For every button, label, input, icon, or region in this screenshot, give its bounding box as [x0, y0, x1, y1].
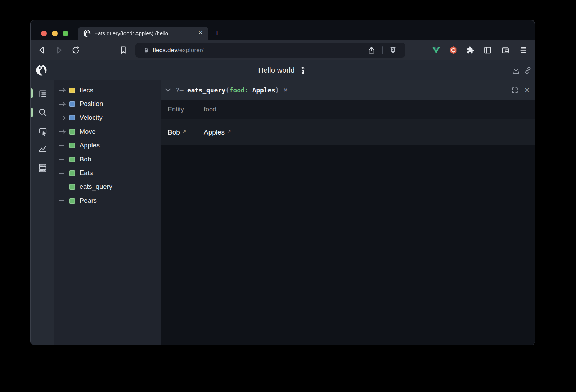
tree-item[interactable]: Move [54, 125, 161, 138]
tree-item-label: Move [80, 128, 96, 136]
forward-icon[interactable] [54, 46, 63, 55]
browser-window: Eats query(food: Apples) (hello × + flec… [30, 20, 535, 345]
tree-item[interactable]: Velocity [54, 111, 161, 125]
entity-kind-square [69, 198, 75, 204]
lock-icon[interactable] [143, 46, 150, 54]
new-tab-button[interactable]: + [211, 27, 223, 40]
tree-item-label: flecs [80, 87, 93, 94]
tree-item[interactable]: Position [54, 97, 161, 111]
tree-expand-icon[interactable] [59, 88, 68, 92]
bookmark-icon[interactable] [119, 46, 128, 55]
reload-icon[interactable] [71, 46, 80, 55]
tree-panel-indicator [31, 88, 33, 98]
browser-tab[interactable]: Eats query(food: Apples) (hello × [78, 27, 208, 40]
tree-expand-icon[interactable] [59, 143, 68, 148]
tree-panel: flecs Position Velocity [54, 80, 161, 345]
world-title: Hello world [258, 66, 294, 74]
tree-expand-icon[interactable] [59, 157, 68, 161]
tree-expand-icon[interactable] [59, 199, 68, 203]
urlbar-divider [382, 46, 383, 54]
download-icon[interactable] [512, 66, 520, 75]
explorer-header: Hello world [31, 60, 535, 80]
tree-item-label: Position [80, 100, 103, 108]
tree-item[interactable]: Eats [54, 166, 161, 180]
tree-expand-icon[interactable] [59, 185, 68, 189]
food-cell[interactable]: Apples↗ [204, 119, 231, 145]
search-icon[interactable] [38, 108, 48, 117]
tree-item[interactable]: Apples [54, 139, 161, 152]
query-prompt: ?– [176, 86, 183, 94]
column-header-entity: Entity [168, 100, 184, 119]
tree-item-label: Velocity [80, 114, 103, 122]
stats-rows-icon[interactable] [38, 163, 48, 173]
tree-item-label: Eats [80, 169, 93, 177]
chevron-down-icon[interactable] [165, 88, 171, 92]
external-link-icon[interactable]: ↗ [227, 128, 231, 134]
flecs-explorer-page: Hello world [31, 60, 535, 345]
tree-expand-icon[interactable] [59, 116, 68, 120]
brave-shield-icon[interactable] [388, 46, 397, 55]
window-minimize-button[interactable] [52, 31, 58, 36]
url-path: /explorer/ [177, 47, 204, 54]
query-param: food: [229, 86, 248, 94]
extensions-puzzle-icon[interactable] [466, 46, 475, 55]
query-fn-name: eats_query [187, 86, 225, 94]
entity-kind-square [69, 157, 75, 162]
tree-item-label: Bob [80, 156, 91, 163]
menu-icon[interactable] [519, 46, 528, 55]
tree-item[interactable]: flecs [54, 83, 161, 97]
query-value: Apples [248, 86, 275, 94]
entity-kind-square [69, 184, 75, 190]
tree-item[interactable]: Bob [54, 152, 161, 166]
tab-close-icon[interactable]: × [196, 27, 205, 40]
entity-kind-square [69, 143, 75, 148]
column-header-food: food [204, 100, 216, 119]
fullscreen-icon[interactable] [511, 86, 519, 94]
query-header: ?– eats_query(food: Apples) × × [161, 80, 535, 100]
side-rail [31, 80, 54, 345]
query-expression: ?– eats_query(food: Apples) [176, 86, 279, 94]
entity-kind-square [69, 129, 75, 135]
flecs-favicon [83, 29, 91, 37]
tab-title: Eats query(food: Apples) (hello [94, 27, 188, 40]
sidebar-toggle-icon[interactable] [483, 46, 492, 55]
entity-kind-square [69, 101, 75, 107]
tree-item-label: Apples [80, 142, 100, 149]
result-table-header: Entity food [161, 100, 535, 119]
query-paren-open: ( [225, 86, 229, 94]
table-row: Bob↗ Apples↗ [161, 119, 535, 145]
window-close-button[interactable] [41, 31, 47, 36]
query-panel-indicator [31, 108, 33, 117]
remote-connection-icon [298, 67, 307, 75]
address-bar[interactable]: flecs.dev/explorer/ [135, 43, 405, 58]
inspector-icon[interactable] [38, 127, 48, 136]
tree-view-icon[interactable] [38, 89, 48, 99]
browser-toolbar: flecs.dev/explorer/ [31, 40, 535, 60]
entity-kind-square [69, 88, 75, 93]
tree-expand-icon[interactable] [59, 171, 68, 176]
entity-cell[interactable]: Bob↗ [168, 119, 186, 145]
tree-item-label: Pears [80, 197, 97, 205]
tree-expand-icon[interactable] [59, 102, 68, 106]
hexagon-extension-icon[interactable] [449, 46, 458, 55]
share-icon[interactable] [367, 46, 376, 55]
query-paren-close: ) [275, 86, 279, 94]
tree-item-label: eats_query [80, 183, 112, 191]
wallet-icon[interactable] [501, 46, 510, 55]
query-clear-icon[interactable]: × [283, 86, 288, 94]
tree-item[interactable]: Pears [54, 194, 161, 208]
url-domain: flecs.dev [153, 47, 177, 54]
tree-item[interactable]: eats_query [54, 180, 161, 194]
url-text: flecs.dev/explorer/ [153, 43, 204, 58]
entity-kind-square [69, 170, 75, 176]
tree-expand-icon[interactable] [59, 129, 68, 134]
vue-devtools-icon[interactable] [432, 46, 441, 55]
back-icon[interactable] [37, 46, 46, 55]
window-zoom-button[interactable] [63, 31, 68, 36]
flecs-logo-icon[interactable] [35, 64, 48, 76]
close-panel-icon[interactable]: × [525, 86, 530, 94]
external-link-icon[interactable]: ↗ [182, 128, 186, 134]
chart-icon[interactable] [38, 144, 48, 154]
permalink-icon[interactable] [523, 66, 532, 75]
query-results-area: ?– eats_query(food: Apples) × × Entity f… [161, 80, 535, 345]
